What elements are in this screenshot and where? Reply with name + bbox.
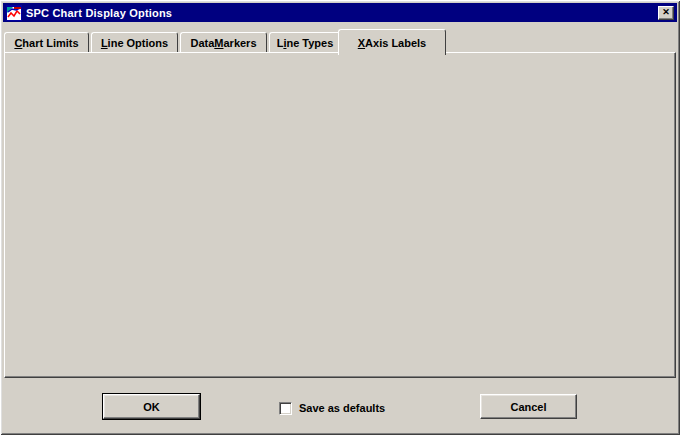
spc-chart-display-options-dialog: SPC Chart Display Options ✕ Chart Limits…	[0, 0, 680, 435]
titlebar[interactable]: SPC Chart Display Options ✕	[3, 3, 677, 22]
checkbox-icon	[279, 402, 292, 415]
tab-line-options[interactable]: Line Options	[91, 32, 178, 53]
tab-line-types[interactable]: Line Types	[269, 32, 341, 53]
ok-button[interactable]: OK	[103, 394, 200, 419]
tab-data-markers[interactable]: Data Markers	[180, 32, 267, 53]
spc-chart-app-icon	[6, 5, 22, 21]
tab-chart-limits[interactable]: Chart Limits	[4, 32, 89, 53]
window-title: SPC Chart Display Options	[26, 7, 172, 19]
tab-page-x-axis-labels	[4, 52, 676, 378]
cancel-button[interactable]: Cancel	[480, 394, 577, 419]
tab-x-axis-labels[interactable]: X Axis Labels	[338, 29, 446, 55]
checkbox-save-as-defaults[interactable]: Save as defaults	[279, 401, 385, 415]
close-icon[interactable]: ✕	[658, 6, 674, 20]
